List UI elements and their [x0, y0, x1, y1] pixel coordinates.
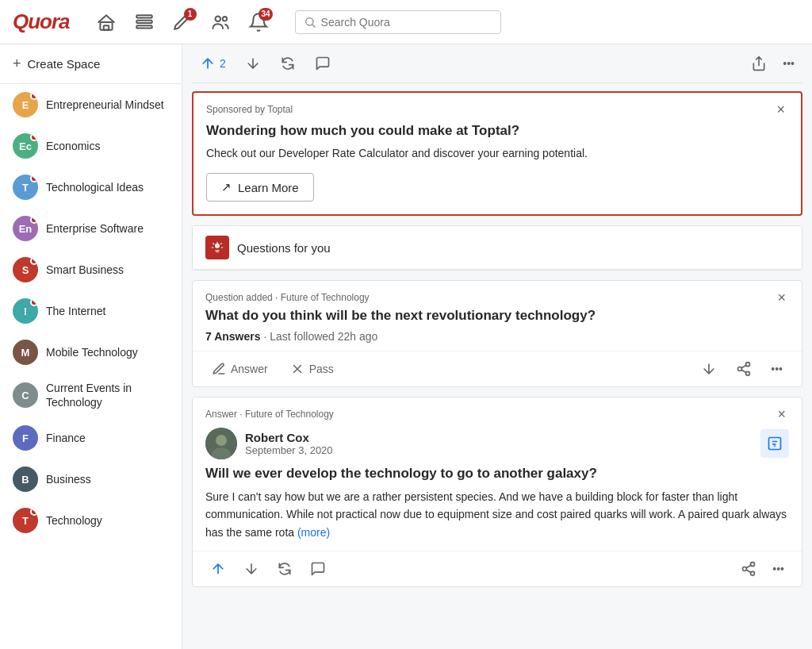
svg-rect-4 [136, 25, 152, 28]
q-share-icon [736, 361, 752, 377]
sidebar-item-technological-ideas[interactable]: T Technological Ideas [0, 167, 182, 208]
answer-icon [212, 362, 226, 376]
upvote-count: 2 [220, 57, 226, 70]
answer-button[interactable]: Answer [205, 359, 274, 379]
questions-for-you-header-card: Questions for you [192, 225, 802, 271]
home-icon [96, 12, 117, 33]
sidebar-item-the-internet[interactable]: I The Internet [0, 290, 182, 332]
sidebar: + Create Space E Entrepreneurial Mindset… [0, 44, 182, 649]
answer-header: Answer · Future of Technology × [193, 397, 802, 428]
svg-point-5 [215, 16, 220, 21]
answer-refresh-button[interactable] [272, 558, 297, 580]
share-button[interactable] [746, 52, 772, 75]
comment-icon [315, 56, 331, 71]
ans-comment-icon [310, 561, 326, 577]
edit-badge: 1 [184, 8, 197, 21]
question-stats: 7 Answers · Last followed 22h ago [193, 330, 802, 351]
question-card: Question added · Future of Technology × … [192, 280, 802, 387]
answer-more-link[interactable]: (more) [297, 526, 330, 539]
answer-actions: ••• [193, 551, 802, 586]
create-space-button[interactable]: + Create Space [0, 44, 182, 84]
svg-point-8 [215, 244, 220, 248]
downvote-button[interactable] [240, 52, 266, 75]
refresh-button[interactable] [275, 52, 301, 75]
learn-more-button[interactable]: ↗︎ Learn More [206, 173, 314, 202]
sidebar-item-economics[interactable]: Ec Economics [0, 125, 182, 167]
sidebar-label-finance: Finance [46, 431, 86, 445]
downvote-icon [245, 56, 261, 71]
question-title[interactable]: What do you think will be the next revol… [193, 308, 802, 330]
sidebar-avatar-current-events: C [13, 382, 38, 408]
people-nav-button[interactable] [203, 5, 238, 40]
answer-more-button[interactable]: ••• [768, 559, 789, 578]
answer-upvote-button[interactable] [205, 558, 231, 580]
sidebar-item-smart-business[interactable]: S Smart Business [0, 249, 182, 290]
search-bar[interactable] [295, 10, 501, 34]
q-share-button[interactable] [730, 358, 758, 380]
answer-question-title[interactable]: Will we ever develop the technology to g… [193, 466, 802, 488]
more-options-button[interactable]: ••• [778, 54, 799, 73]
q-downvote-button[interactable] [695, 358, 723, 380]
sponsored-header: Sponsored by Toptal × [193, 93, 801, 120]
sidebar-avatar-technology: T [13, 508, 38, 533]
content-area: 2 [182, 44, 812, 649]
sidebar-item-current-events-technology[interactable]: C Current Events in Technology [0, 373, 182, 417]
bell-badge: 34 [259, 8, 272, 21]
answer-comment-button[interactable] [305, 558, 331, 580]
notification-dot [30, 92, 38, 100]
logo[interactable]: Quora [13, 10, 70, 34]
ans-upvote-icon [210, 561, 226, 577]
pass-button[interactable]: Pass [284, 359, 340, 379]
sidebar-avatar-business: B [13, 467, 38, 492]
sidebar-avatar-smart-business: S [13, 257, 38, 282]
people-icon [210, 12, 231, 33]
sidebar-item-entrepreneurial-mindset[interactable]: E Entrepreneurial Mindset [0, 84, 182, 125]
save-answer-button[interactable] [760, 429, 789, 458]
answer-share-button[interactable] [736, 558, 761, 580]
q-more-icon: ••• [771, 363, 783, 375]
nav-icons: 1 34 [89, 5, 276, 40]
answer-downvote-button[interactable] [239, 558, 264, 580]
save-icon [767, 436, 783, 451]
author-name[interactable]: Robert Cox [245, 431, 333, 444]
svg-point-7 [305, 17, 312, 25]
sidebar-avatar-internet: I [13, 298, 38, 324]
ans-more-icon: ••• [772, 563, 784, 575]
bell-nav-button[interactable]: 34 [241, 5, 276, 40]
sidebar-label-technological-ideas: Technological Ideas [46, 180, 144, 194]
author-date: September 3, 2020 [245, 444, 333, 456]
ans-refresh-icon [277, 561, 293, 577]
sidebar-item-technology[interactable]: T Technology [0, 500, 182, 541]
sidebar-label-mobile-technology: Mobile Technology [46, 345, 138, 359]
sidebar-label-technology: Technology [46, 513, 102, 528]
pass-label: Pass [309, 363, 334, 375]
question-close-button[interactable]: × [774, 290, 789, 305]
answers-count: 7 Answers [205, 330, 261, 343]
author-avatar [205, 428, 237, 459]
action-bar: 2 [192, 44, 802, 83]
sidebar-item-finance[interactable]: F Finance [0, 417, 182, 459]
q-downvote-icon [701, 361, 717, 377]
sidebar-item-enterprise-software[interactable]: En Enterprise Software [0, 208, 182, 249]
sidebar-item-business[interactable]: B Business [0, 459, 182, 500]
ans-downvote-icon [243, 561, 259, 577]
sponsored-close-button[interactable]: × [773, 102, 788, 117]
plus-icon: + [13, 56, 21, 72]
upvote-button[interactable]: 2 [195, 52, 231, 75]
q-more-button[interactable]: ••• [764, 359, 789, 378]
sidebar-label-entrepreneurial: Entrepreneurial Mindset [46, 98, 164, 112]
sidebar-avatar-entrepreneurial: E [13, 92, 38, 117]
comment-button[interactable] [310, 52, 335, 75]
home-nav-button[interactable] [89, 5, 124, 40]
edit-nav-button[interactable]: 1 [165, 5, 200, 40]
question-action-right: ••• [695, 358, 789, 380]
svg-rect-1 [103, 25, 109, 29]
list-nav-button[interactable] [127, 5, 162, 40]
answer-close-button[interactable]: × [774, 407, 789, 421]
sidebar-item-mobile-technology[interactable]: M Mobile Technology [0, 332, 182, 373]
search-input[interactable] [321, 16, 492, 29]
list-icon [134, 12, 155, 33]
sidebar-avatar-mobile: M [13, 340, 38, 365]
lightbulb-icon [210, 240, 224, 255]
answer-action-right: ••• [736, 558, 789, 580]
